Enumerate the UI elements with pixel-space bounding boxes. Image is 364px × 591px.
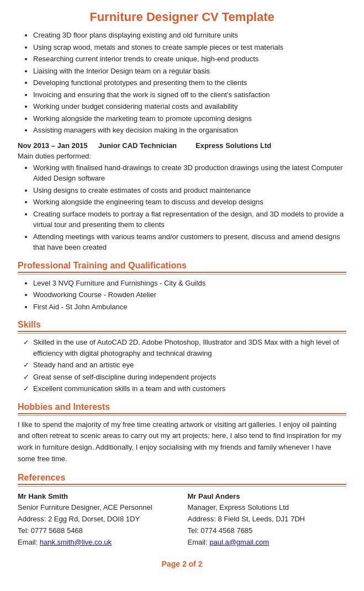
training-bullet-list: Level 3 NVQ Furniture and Furnishings - … xyxy=(18,278,346,313)
ref2-email-label: Email: xyxy=(188,538,210,546)
ref1-email-line: Email: hank.smith@live.co.uk xyxy=(18,537,177,548)
list-item: Level 3 NVQ Furniture and Furnishings - … xyxy=(33,278,346,289)
references-section-title: References xyxy=(18,473,346,483)
ref1-email-label: Email: xyxy=(18,538,40,546)
list-item: Researching current interior trends to c… xyxy=(33,54,346,65)
list-item: Creating 3D floor plans displaying exist… xyxy=(33,30,346,41)
hobbies-divider xyxy=(18,413,346,414)
ref2-name: Mr Paul Anders xyxy=(188,491,347,503)
references-container: Mr Hank Smith Senior Furniture Designer,… xyxy=(18,491,346,548)
ref2-email-link[interactable]: paul.a@gmail.com xyxy=(209,538,269,546)
list-item: Working alongside the marketing team to … xyxy=(33,113,346,124)
reference-2: Mr Paul Anders Manager, Express Solution… xyxy=(188,491,347,548)
list-item: Excellent communication skills in a team… xyxy=(23,383,346,394)
skills-divider-blue xyxy=(18,333,346,334)
references-divider xyxy=(18,484,346,485)
job2-title: Junior CAD Technician xyxy=(98,141,187,150)
list-item: Working under budget considering materia… xyxy=(33,101,346,112)
hobbies-divider-blue xyxy=(18,415,346,416)
job2-company: Express Solutions Ltd xyxy=(196,141,271,150)
list-item: Using scrap wood, metals and stones to c… xyxy=(33,42,346,53)
skills-section-title: Skills xyxy=(18,320,346,330)
ref2-title: Manager, Express Solutions Ltd xyxy=(188,502,347,514)
list-item: Attending meetings with various teams an… xyxy=(33,231,346,253)
list-item: Skilled in the use of AutoCAD 2D, Adobe … xyxy=(23,337,346,358)
list-item: Using designs to create estimates of cos… xyxy=(33,185,346,196)
page-title: Furniture Designer CV Template xyxy=(18,10,346,24)
training-section-title: Professional Training and Qualifications xyxy=(18,261,346,271)
skills-divider xyxy=(18,331,346,332)
list-item: Working alongside the engineering team t… xyxy=(33,197,346,208)
list-item: Working with finalised hand-drawings to … xyxy=(33,162,346,184)
list-item: Creating surface models to portray a fla… xyxy=(33,209,346,230)
list-item: Invoicing and ensuring that the work is … xyxy=(33,89,346,101)
list-item: First Aid - St John Ambulance xyxy=(33,302,346,313)
ref2-tel: Tel: 0774 4568 7685 xyxy=(188,525,347,537)
training-divider xyxy=(18,272,346,273)
page-footer: Page 2 of 2 xyxy=(18,560,346,568)
ref1-name: Mr Hank Smith xyxy=(18,491,177,503)
references-divider-blue xyxy=(18,486,346,487)
hobbies-text: I like to spend the majority of my free … xyxy=(18,419,346,465)
training-divider-blue xyxy=(18,274,346,275)
ref2-email-line: Email: paul.a@gmail.com xyxy=(188,537,347,548)
list-item: Developing functional prototypes and pre… xyxy=(33,77,346,88)
ref1-tel: Tel: 0777 5688 5468 xyxy=(18,525,177,537)
list-item: Steady hand and an artistic eye xyxy=(23,360,346,371)
list-item: Woodworking Course - Rowden Atelier xyxy=(33,289,346,300)
job2-header: Nov 2013 – Jan 2015 Junior CAD Technicia… xyxy=(18,141,346,150)
list-item: Assisting managers with key decision mak… xyxy=(33,125,346,136)
ref1-email-link[interactable]: hank.smith@live.co.uk xyxy=(40,538,112,546)
top-bullet-list: Creating 3D floor plans displaying exist… xyxy=(18,30,346,136)
ref2-address: Address: 8 Field St, Leeds, DJ1 7DH xyxy=(188,514,347,525)
list-item: Liaising with the Interior Design team o… xyxy=(33,66,346,77)
list-item: Great sense of self-discipline during in… xyxy=(23,372,346,383)
ref1-address: Address: 2 Egg Rd, Dorset, DOI8 1DY xyxy=(18,514,177,525)
skills-check-list: Skilled in the use of AutoCAD 2D, Adobe … xyxy=(18,337,346,394)
reference-1: Mr Hank Smith Senior Furniture Designer,… xyxy=(18,491,177,548)
job2-bullet-list: Working with finalised hand-drawings to … xyxy=(18,162,346,253)
hobbies-section-title: Hobbies and Interests xyxy=(18,402,346,412)
ref1-title: Senior Furniture Designer, ACE Personnel xyxy=(18,502,177,514)
main-duties-label: Main duties performed: xyxy=(18,152,346,160)
job2-dates: Nov 2013 – Jan 2015 xyxy=(18,141,89,150)
